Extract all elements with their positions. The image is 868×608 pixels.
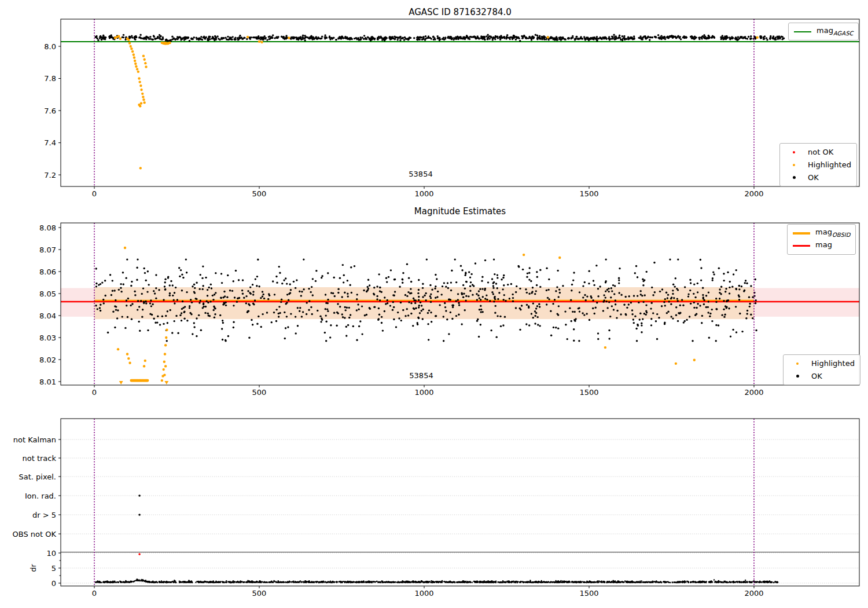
x-axis: 0500100015002000 — [92, 586, 764, 598]
x-tick-label: 500 — [252, 388, 267, 397]
x-tick-label: 1000 — [414, 189, 433, 198]
legend-top-points: not OK Highlighted OK — [779, 143, 857, 186]
axes-frame — [61, 19, 859, 186]
middle-chart: 05001000150020008.018.028.038.048.058.06… — [0, 203, 868, 397]
legend-entry-ok: OK — [785, 172, 851, 183]
x-tick-label: 1500 — [579, 589, 598, 598]
flag-category-label: Sat. pixel. — [19, 473, 56, 481]
bottom-chart: not Kalmannot trackSat. pixel.Ion. rad.d… — [0, 397, 868, 608]
dot-sample-icon — [785, 151, 803, 153]
axes-frame — [61, 419, 859, 586]
dr-tick-label: 0 — [52, 579, 56, 588]
line-sample-icon — [794, 31, 811, 32]
middle-chart-title: Magnitude Estimates — [414, 206, 506, 217]
legend-label-mag-obsid: magOBSID — [815, 228, 850, 239]
highlighted-points — [114, 35, 759, 170]
y-tick-label: 8.01 — [39, 378, 56, 386]
x-axis: 0500100015002000 — [92, 385, 764, 397]
y-tick-label: 8.08 — [39, 224, 56, 232]
y-tick-label: 7.8 — [44, 74, 56, 83]
legend-label-not-ok: not OK — [808, 148, 833, 156]
dot-sample-icon — [789, 375, 806, 378]
middle-obsid-annotation: 53854 — [409, 371, 433, 380]
legend-entry-highlighted: Highlighted — [785, 159, 851, 170]
legend-mag-lines: magOBSID mag — [787, 224, 856, 255]
y-tick-label: 7.2 — [44, 171, 56, 180]
flag-category-label: Ion. rad. — [25, 492, 56, 500]
legend-label-ok: OK — [808, 173, 819, 182]
flag-category-label: dr > 5 — [32, 511, 56, 519]
x-tick-label: 0 — [92, 388, 97, 397]
x-tick-label: 500 — [252, 189, 267, 198]
flag-category-label: OBS not OK — [13, 530, 57, 539]
line-sample-icon — [793, 232, 810, 235]
dr-tick-label: 5 — [52, 564, 56, 573]
x-tick-label: 0 — [92, 189, 97, 198]
flag-category-label: not Kalman — [13, 435, 56, 444]
x-tick-label: 2000 — [744, 589, 763, 598]
dr-points — [95, 578, 778, 583]
not-ok-points — [138, 553, 141, 555]
x-tick-label: 500 — [252, 589, 267, 598]
y-tick-label: 8.03 — [39, 334, 56, 342]
legend-label-highlighted: Highlighted — [808, 160, 851, 169]
legend-entry-mag: mag — [793, 240, 850, 251]
x-tick-label: 2000 — [744, 189, 763, 198]
figure: 05001000150020007.27.47.67.88.0 05001000… — [0, 0, 868, 608]
y-tick-label: 8.05 — [39, 290, 56, 298]
y-tick-label: 8.06 — [39, 268, 56, 276]
top-obsid-annotation: 53854 — [409, 170, 432, 178]
y-tick-label: 7.6 — [44, 107, 56, 115]
obsid-boundary-vlines — [94, 419, 754, 586]
x-tick-label: 2000 — [744, 388, 763, 397]
x-tick-label: 1500 — [579, 388, 598, 397]
flag-points — [138, 495, 141, 516]
legend-entry-not-ok: not OK — [785, 146, 851, 158]
y-axis: 8.018.028.038.048.058.068.078.08 — [39, 224, 61, 386]
y-tick-label: 8.04 — [39, 312, 56, 320]
dot-sample-icon — [785, 176, 803, 179]
line-sample-icon — [793, 245, 810, 247]
y-tick-label: 8.0 — [44, 42, 56, 51]
highlighted-clipped-blob — [130, 379, 149, 382]
legend-label-mag: mag — [815, 240, 832, 251]
x-tick-label: 1500 — [579, 189, 598, 198]
legend-label-mag-agasc: magAGASC — [816, 26, 853, 37]
y-tick-label: 8.07 — [39, 246, 56, 254]
dr-axis-label: dr — [29, 564, 38, 572]
flag-category-label: not track — [22, 454, 56, 463]
legend-entry-mag-agasc: magAGASC — [794, 26, 853, 37]
legend-mag-agasc: magAGASC — [788, 23, 859, 41]
y-axis: 7.27.47.67.88.0 — [44, 42, 61, 180]
dr-tick-label: 10 — [46, 549, 56, 558]
legend-label-highlighted: Highlighted — [811, 359, 855, 368]
legend-entry-highlighted: Highlighted — [789, 358, 855, 369]
x-tick-label: 0 — [92, 589, 97, 598]
legend-entry-ok: OK — [789, 371, 855, 382]
y-tick-label: 7.4 — [44, 138, 56, 147]
legend-middle-points: Highlighted OK — [783, 354, 860, 385]
dot-sample-icon — [789, 362, 806, 365]
flag-gridlines — [61, 439, 859, 583]
dot-sample-icon — [785, 164, 803, 166]
x-tick-label: 1000 — [414, 388, 433, 397]
top-chart-title: AGASC ID 871632784.0 — [409, 7, 512, 17]
legend-entry-mag-obsid: magOBSID — [793, 228, 850, 239]
y-tick-label: 8.02 — [39, 356, 56, 364]
x-axis: 0500100015002000 — [92, 186, 764, 198]
top-chart: 05001000150020007.27.47.67.88.0 — [0, 0, 868, 203]
obsid-boundary-vlines — [94, 19, 754, 186]
legend-label-ok: OK — [811, 372, 822, 380]
x-tick-label: 1000 — [414, 589, 433, 598]
